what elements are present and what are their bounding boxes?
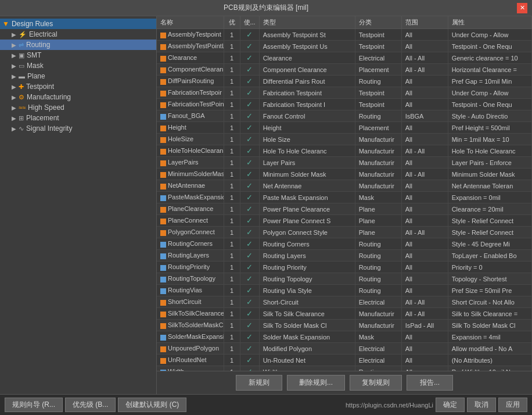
col-header-prop[interactable]: 属性	[448, 16, 531, 29]
col-header-type[interactable]: 类型	[259, 16, 355, 29]
confirm-button[interactable]: 确定	[436, 398, 465, 412]
table-row[interactable]: FabricationTestPoin1✓Fabrication Testpoi…	[157, 99, 532, 110]
cell-enabled[interactable]: ✓	[240, 145, 259, 157]
create-default-button[interactable]: 创建默认规则 (C)	[118, 398, 186, 412]
rule-wizard-button[interactable]: 规则向导 (R...	[5, 398, 63, 412]
table-row[interactable]: RoutingVias1✓Routing Via StyleRoutingAll…	[157, 285, 532, 296]
cell-enabled[interactable]: ✓	[240, 110, 259, 122]
sidebar-item-testpoint[interactable]: ▶ ✚ Testpoint	[0, 81, 156, 92]
sidebar-item-electrical[interactable]: ▶ ⚡ Electrical	[0, 29, 156, 40]
table-row[interactable]: Clearance1✓ClearanceElectricalAll - AllG…	[157, 52, 532, 64]
table-row[interactable]: UnpouredPolygon1✓Modified PolygonElectri…	[157, 343, 532, 355]
cell-enabled[interactable]: ✓	[240, 52, 259, 64]
cell-enabled[interactable]: ✓	[240, 169, 259, 180]
table-row[interactable]: SolderMaskExpansi1✓Solder Mask Expansion…	[157, 331, 532, 343]
cell-enabled[interactable]: ✓	[240, 41, 259, 52]
table-row[interactable]: MinimumSolderMas1✓Minimum Solder MaskMan…	[157, 169, 532, 180]
table-row[interactable]: RoutingPriority1✓Routing PriorityRouting…	[157, 262, 532, 273]
cell-enabled[interactable]: ✓	[240, 99, 259, 110]
cell-enabled[interactable]: ✓	[240, 250, 259, 262]
table-row[interactable]: DiffPairsRouting1✓Differential Pairs Rou…	[157, 76, 532, 87]
cell-enabled[interactable]: ✓	[240, 296, 259, 308]
cell-enabled[interactable]: ✓	[240, 134, 259, 145]
table-row[interactable]: SilkToSolderMaskCl1✓Silk To Solder Mask …	[157, 320, 532, 331]
cancel-button[interactable]: 取消	[467, 398, 496, 412]
close-button[interactable]: ✕	[517, 3, 527, 13]
cell-enabled[interactable]: ✓	[240, 355, 259, 366]
table-row[interactable]: RoutingTopology1✓Routing TopologyRouting…	[157, 273, 532, 285]
table-row[interactable]: HoleSize1✓Hole SizeManufacturirAllMin = …	[157, 134, 532, 145]
sidebar-item-signalintegrity[interactable]: ▶ ∿ Signal Integrity	[0, 123, 156, 134]
cell-enabled[interactable]: ✓	[240, 366, 259, 371]
sidebar-item-smt[interactable]: ▶ ▣ SMT	[0, 50, 156, 60]
delete-rule-button[interactable]: 删除规则...	[287, 375, 345, 391]
cell-enabled[interactable]: ✓	[240, 29, 259, 41]
table-row[interactable]: SilkToSilkClearance1✓Silk To Silk Cleara…	[157, 308, 532, 320]
table-row[interactable]: Width1✓WidthRoutingAllPref Width = 10mil…	[157, 366, 532, 371]
cell-enabled[interactable]: ✓	[240, 157, 259, 169]
table-row[interactable]: PasteMaskExpansio1✓Paste Mask ExpansionM…	[157, 192, 532, 203]
table-row[interactable]: RoutingCorners1✓Routing CornersRoutingAl…	[157, 238, 532, 250]
cell-enabled[interactable]: ✓	[240, 227, 259, 238]
sidebar-label-placement: Placement	[26, 114, 59, 122]
col-header-use[interactable]: 使...	[240, 16, 259, 29]
sidebar-item-mask[interactable]: ▶ ▭ Mask	[0, 60, 156, 71]
cell-enabled[interactable]: ✓	[240, 273, 259, 285]
cell-name: Fanout_BGA	[157, 110, 224, 122]
table-row[interactable]: AssemblyTestPointL1✓Assembly Testpoint U…	[157, 41, 532, 52]
cell-enabled[interactable]: ✓	[240, 238, 259, 250]
expand-arrow: ▶	[12, 94, 16, 101]
table-row[interactable]: PlaneConnect1✓Power Plane Connect SPlane…	[157, 215, 532, 227]
col-header-name[interactable]: 名称	[157, 16, 224, 29]
cell-enabled[interactable]: ✓	[240, 87, 259, 99]
sidebar-item-plane[interactable]: ▶ ▬ Plane	[0, 71, 156, 81]
cell-enabled[interactable]: ✓	[240, 343, 259, 355]
cell-scope: All	[401, 215, 448, 227]
table-row[interactable]: ComponentClearan1✓Component ClearancePla…	[157, 64, 532, 76]
table-row[interactable]: HoleToHoleClearan1✓Hole To Hole Clearanc…	[157, 145, 532, 157]
priority-button[interactable]: 优先级 (B...	[65, 398, 116, 412]
sidebar-item-highspeed[interactable]: ▶ ≈≈ High Speed	[0, 102, 156, 113]
table-row[interactable]: PlaneClearance1✓Power Plane ClearancePla…	[157, 203, 532, 215]
table-row[interactable]: NetAntennae1✓Net AntennaeManufacturirAll…	[157, 180, 532, 192]
table-row[interactable]: FabricationTestpoir1✓Fabrication Testpoi…	[157, 87, 532, 99]
cell-enabled[interactable]: ✓	[240, 320, 259, 331]
cell-enabled[interactable]: ✓	[240, 203, 259, 215]
footer-url: https://plugin.csdn.net/HuangLi	[346, 402, 433, 409]
cell-enabled[interactable]: ✓	[240, 331, 259, 343]
col-header-cat[interactable]: 分类	[355, 16, 401, 29]
sidebar-item-manufacturing[interactable]: ▶ ⚙ Manufacturing	[0, 92, 156, 102]
cell-type: Routing Corners	[259, 238, 355, 250]
cell-enabled[interactable]: ✓	[240, 192, 259, 203]
cell-enabled[interactable]: ✓	[240, 285, 259, 296]
apply-button[interactable]: 应用	[498, 398, 527, 412]
col-header-scope[interactable]: 范围	[401, 16, 448, 29]
table-row[interactable]: Fanout_BGA1✓Fanout ControlRoutingIsBGASt…	[157, 110, 532, 122]
table-wrapper[interactable]: 名称 优 使... 类型 分类 范围 属性 AssemblyTestpoint1…	[157, 16, 532, 371]
cell-property: Style - 45 Degree Mi	[448, 238, 531, 250]
sidebar-root[interactable]: ▼ Design Rules	[0, 19, 156, 29]
table-row[interactable]: PolygonConnect1✓Polygon Connect StylePla…	[157, 227, 532, 238]
copy-rule-button[interactable]: 复制规则	[350, 375, 402, 391]
table-row[interactable]: UnRoutedNet1✓Un-Routed NetElectricalAll(…	[157, 355, 532, 366]
sidebar-item-placement[interactable]: ▶ ⊞ Placement	[0, 113, 156, 123]
cell-enabled[interactable]: ✓	[240, 308, 259, 320]
cell-enabled[interactable]: ✓	[240, 180, 259, 192]
cell-enabled[interactable]: ✓	[240, 122, 259, 134]
cell-name-text: UnRoutedNet	[168, 356, 207, 363]
table-row[interactable]: Height1✓HeightPlacementAllPref Height = …	[157, 122, 532, 134]
table-row[interactable]: ShortCircuit1✓Short-CircuitElectricalAll…	[157, 296, 532, 308]
cell-enabled[interactable]: ✓	[240, 262, 259, 273]
new-rule-button[interactable]: 新规则	[236, 375, 282, 391]
cell-enabled[interactable]: ✓	[240, 215, 259, 227]
cell-priority: 1	[224, 87, 240, 99]
cell-type: Minimum Solder Mask	[259, 169, 355, 180]
col-header-pri[interactable]: 优	[224, 16, 240, 29]
cell-enabled[interactable]: ✓	[240, 76, 259, 87]
report-button[interactable]: 报告...	[407, 375, 453, 391]
table-row[interactable]: AssemblyTestpoint1✓Assembly Testpoint St…	[157, 29, 532, 41]
sidebar-item-routing[interactable]: ▶ ⇌ Routing	[0, 40, 156, 50]
table-row[interactable]: LayerPairs1✓Layer PairsManufacturirAllLa…	[157, 157, 532, 169]
table-row[interactable]: RoutingLayers1✓Routing LayersRoutingAllT…	[157, 250, 532, 262]
cell-enabled[interactable]: ✓	[240, 64, 259, 76]
